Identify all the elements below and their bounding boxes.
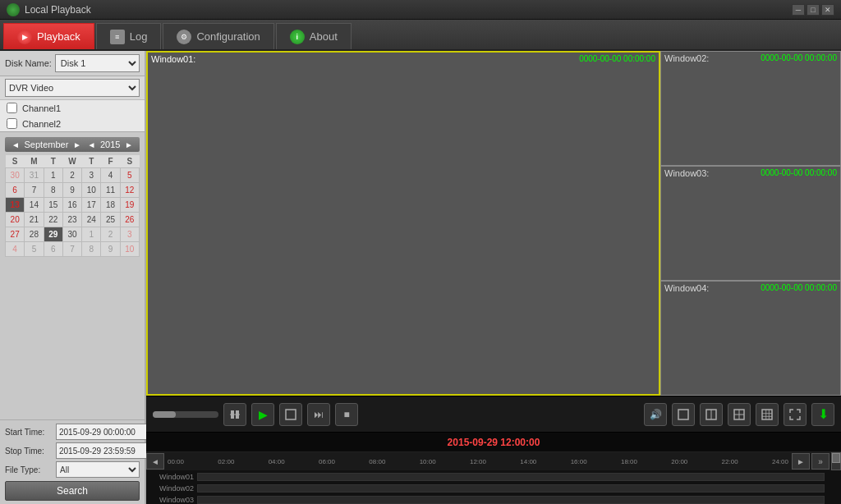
channel2-checkbox[interactable] bbox=[7, 118, 17, 129]
current-time-text: 2015-09-29 12:00:00 bbox=[448, 437, 540, 448]
cal-day[interactable]: 22 bbox=[44, 213, 62, 227]
timeline-prev-button[interactable]: ◄ bbox=[146, 453, 164, 470]
tick-2200: 22:00 bbox=[722, 458, 738, 465]
svg-rect-0 bbox=[231, 410, 234, 419]
window04[interactable]: Window04: 0000-00-00 00:00:00 bbox=[660, 281, 841, 396]
dvr-video-dropdown[interactable]: DVR Video bbox=[5, 79, 140, 97]
cal-day[interactable]: 21 bbox=[25, 213, 44, 227]
cal-day[interactable]: 29 bbox=[44, 227, 62, 242]
view-1x1-button[interactable] bbox=[672, 403, 695, 426]
cal-day[interactable]: 24 bbox=[82, 213, 101, 227]
view-2x1-icon bbox=[705, 409, 717, 420]
cal-day[interactable]: 4 bbox=[6, 242, 25, 257]
cal-day[interactable]: 10 bbox=[120, 242, 139, 257]
progress-bar[interactable] bbox=[153, 411, 218, 418]
cal-day[interactable]: 6 bbox=[44, 242, 62, 257]
calendar-month: September bbox=[25, 140, 69, 149]
track-window01-bar bbox=[197, 473, 825, 481]
cal-day[interactable]: 28 bbox=[25, 227, 44, 242]
windows-grid: Window01: 0000-00-00 00:00:00 Window02: … bbox=[146, 51, 841, 396]
stop-button[interactable]: ■ bbox=[335, 403, 358, 426]
tick-2400: 24:00 bbox=[772, 458, 788, 465]
close-button[interactable]: ✕ bbox=[821, 4, 834, 16]
timeline-next-button[interactable]: ► bbox=[792, 453, 810, 470]
view-2x2-button[interactable] bbox=[728, 403, 751, 426]
cal-day[interactable]: 3 bbox=[82, 168, 101, 183]
cal-day[interactable]: 12 bbox=[120, 183, 139, 198]
cal-day[interactable]: 5 bbox=[25, 242, 44, 257]
window04-label: Window04: bbox=[664, 283, 709, 293]
search-button[interactable]: Search bbox=[5, 481, 140, 501]
tab-configuration[interactable]: ⚙ Configuration bbox=[163, 23, 273, 49]
controls-bar: ▶ ⏭ ■ 🔊 bbox=[146, 396, 841, 432]
cal-weekday-sat: S bbox=[120, 155, 139, 168]
calendar-section: ◄ September ► ◄ 2015 ► S M T W T F S 30 bbox=[0, 132, 145, 419]
cal-day[interactable]: 27 bbox=[6, 227, 25, 242]
cal-day[interactable]: 31 bbox=[25, 168, 44, 183]
next-month-button[interactable]: ► bbox=[71, 140, 83, 149]
cal-day[interactable]: 3 bbox=[120, 227, 139, 242]
disk-dropdown[interactable]: Disk 1 bbox=[55, 54, 140, 72]
window01-timestamp: 0000-00-00 00:00:00 bbox=[579, 54, 655, 63]
grid-single-button[interactable] bbox=[279, 403, 302, 426]
cal-day[interactable]: 16 bbox=[62, 198, 81, 213]
cal-day[interactable]: 6 bbox=[6, 183, 25, 198]
cal-day[interactable]: 8 bbox=[44, 183, 62, 198]
tab-log[interactable]: ≡ Log bbox=[96, 23, 162, 49]
mute-button[interactable]: 🔊 bbox=[644, 403, 667, 426]
cal-day[interactable]: 8 bbox=[82, 242, 101, 257]
prev-month-button[interactable]: ◄ bbox=[10, 140, 21, 149]
play-button[interactable]: ▶ bbox=[251, 403, 274, 426]
tab-about[interactable]: i About bbox=[276, 23, 352, 49]
track-window03-bar bbox=[197, 496, 825, 504]
window02[interactable]: Window02: 0000-00-00 00:00:00 bbox=[660, 51, 841, 166]
cal-day[interactable]: 11 bbox=[101, 183, 120, 198]
tabbar: ▶ Playback ≡ Log ⚙ Configuration i About bbox=[0, 20, 841, 51]
timeline-more-button[interactable]: » bbox=[811, 453, 830, 470]
prev-year-button[interactable]: ◄ bbox=[85, 140, 97, 149]
next-year-button[interactable]: ► bbox=[123, 140, 135, 149]
playback-icon: ▶ bbox=[17, 30, 32, 44]
cal-day[interactable]: 30 bbox=[62, 227, 81, 242]
channel1-item: Channel1 bbox=[0, 100, 145, 116]
cal-day[interactable]: 4 bbox=[101, 168, 120, 183]
cal-day[interactable]: 17 bbox=[82, 198, 101, 213]
timeline-scrollbar[interactable] bbox=[831, 452, 841, 470]
restore-button[interactable]: □ bbox=[807, 4, 820, 16]
window03[interactable]: Window03: 0000-00-00 00:00:00 bbox=[660, 166, 841, 281]
cal-day[interactable]: 14 bbox=[25, 198, 44, 213]
cal-day[interactable]: 5 bbox=[120, 168, 139, 183]
cal-day[interactable]: 7 bbox=[25, 183, 44, 198]
calendar-year: 2015 bbox=[100, 140, 120, 149]
window04-timestamp: 0000-00-00 00:00:00 bbox=[761, 283, 837, 292]
cal-day[interactable]: 20 bbox=[6, 213, 25, 227]
cal-day[interactable]: 13 bbox=[6, 198, 25, 213]
fullscreen-button[interactable] bbox=[784, 403, 807, 426]
view-2x1-button[interactable] bbox=[700, 403, 723, 426]
cal-day[interactable]: 25 bbox=[101, 213, 120, 227]
cal-day[interactable]: 30 bbox=[6, 168, 25, 183]
cal-day[interactable]: 15 bbox=[44, 198, 62, 213]
cal-day[interactable]: 7 bbox=[62, 242, 81, 257]
window01[interactable]: Window01: 0000-00-00 00:00:00 bbox=[146, 51, 660, 396]
step-forward-button[interactable]: ⏭ bbox=[307, 403, 330, 426]
download-button[interactable]: ⬇ bbox=[811, 403, 834, 426]
cal-day[interactable]: 1 bbox=[82, 227, 101, 242]
cal-day[interactable]: 9 bbox=[62, 183, 81, 198]
cal-day[interactable]: 10 bbox=[82, 183, 101, 198]
clip-control-button[interactable] bbox=[223, 403, 246, 426]
tab-playback[interactable]: ▶ Playback bbox=[3, 23, 94, 49]
channel1-checkbox[interactable] bbox=[7, 103, 17, 113]
cal-day[interactable]: 1 bbox=[44, 168, 62, 183]
cal-day[interactable]: 19 bbox=[120, 198, 139, 213]
minimize-button[interactable]: ─ bbox=[792, 4, 805, 16]
file-type-select[interactable]: All bbox=[56, 461, 140, 478]
cal-day[interactable]: 18 bbox=[101, 198, 120, 213]
cal-day[interactable]: 2 bbox=[101, 227, 120, 242]
view-3x3-button[interactable] bbox=[756, 403, 779, 426]
cal-day[interactable]: 9 bbox=[101, 242, 120, 257]
cal-day[interactable]: 23 bbox=[62, 213, 81, 227]
cal-day[interactable]: 26 bbox=[120, 213, 139, 227]
cal-day[interactable]: 2 bbox=[62, 168, 81, 183]
sidebar: Disk Name: Disk 1 DVR Video Channel1 Cha… bbox=[0, 51, 146, 504]
